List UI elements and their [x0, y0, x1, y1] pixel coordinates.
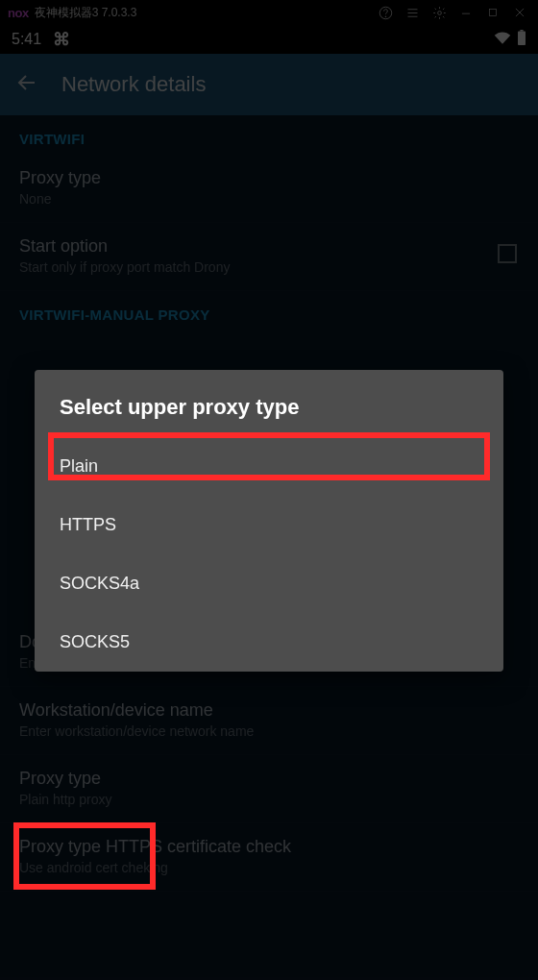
dialog-title: Select upper proxy type [35, 370, 503, 437]
dialog-option-socks4a[interactable]: SOCKS4a [35, 554, 503, 613]
dialog-option-https[interactable]: HTTPS [35, 496, 503, 554]
dialog-option-socks5[interactable]: SOCKS5 [35, 613, 503, 672]
dialog-select-proxy-type: Select upper proxy type Plain HTTPS SOCK… [35, 370, 503, 672]
dialog-option-plain[interactable]: Plain [35, 437, 503, 496]
